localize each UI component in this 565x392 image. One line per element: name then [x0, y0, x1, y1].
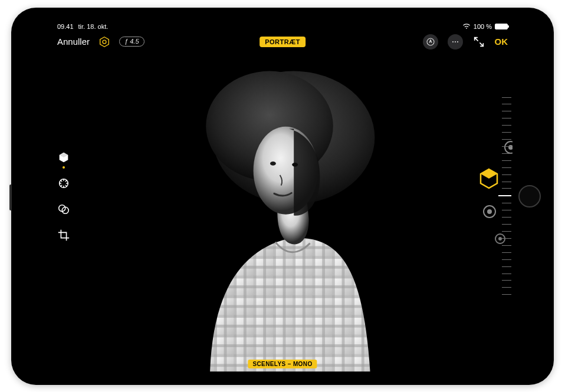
aperture-label: ƒ 4.5 — [124, 38, 139, 45]
svg-point-3 — [452, 41, 453, 42]
edit-tool-rail — [55, 149, 73, 244]
done-button[interactable]: OK — [495, 37, 508, 47]
tool-crop[interactable] — [55, 226, 73, 244]
portrait-image — [155, 60, 409, 371]
tool-filters[interactable] — [55, 200, 73, 218]
status-bar: 09.41 tir. 18. okt. 100 % — [52, 21, 513, 31]
portrait-depth-icon[interactable] — [98, 35, 111, 48]
battery-icon — [495, 24, 508, 29]
wifi-icon — [462, 24, 471, 29]
top-toolbar: Annuller ƒ 4.5 PORTRÆT — [52, 31, 513, 52]
intensity-slider[interactable] — [502, 97, 511, 295]
lighting-label: SCENELYS – MONO — [248, 360, 317, 368]
tool-portrait-lighting[interactable] — [55, 149, 73, 166]
photo-canvas[interactable]: SCENELYS – MONO — [153, 55, 412, 372]
svg-point-16 — [293, 163, 298, 167]
svg-point-5 — [456, 41, 458, 42]
status-date: tir. 18. okt. — [78, 23, 109, 30]
fullscreen-button[interactable] — [472, 35, 485, 48]
svg-point-1 — [103, 40, 106, 44]
markup-button[interactable] — [423, 34, 438, 50]
lighting-option-selected[interactable] — [481, 169, 497, 188]
svg-marker-0 — [100, 37, 109, 47]
svg-point-15 — [270, 162, 276, 166]
svg-point-4 — [454, 41, 455, 42]
tool-adjust[interactable] — [55, 174, 73, 192]
battery-pct: 100 % — [474, 23, 492, 30]
svg-point-27 — [487, 209, 492, 214]
aperture-button[interactable]: ƒ 4.5 — [119, 37, 144, 47]
lighting-wheel[interactable] — [410, 108, 513, 285]
svg-marker-25 — [481, 169, 497, 179]
more-button[interactable] — [448, 34, 463, 50]
mode-badge: PORTRÆT — [259, 37, 306, 47]
home-button[interactable] — [518, 185, 541, 207]
cancel-button[interactable]: Annuller — [57, 37, 90, 47]
status-time: 09.41 — [57, 23, 74, 30]
screen: 09.41 tir. 18. okt. 100 % Annuller — [52, 21, 513, 372]
